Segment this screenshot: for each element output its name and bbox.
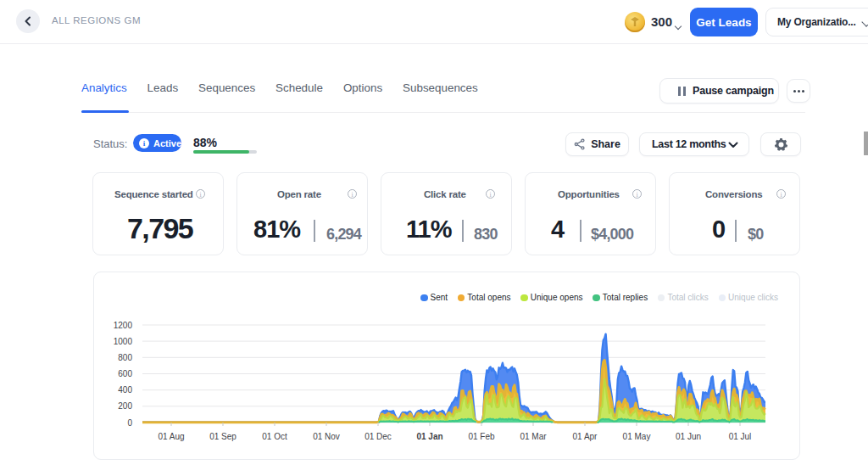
svg-text:01 May: 01 May [623, 432, 651, 441]
svg-text:01 Oct: 01 Oct [262, 432, 287, 441]
svg-text:0: 0 [127, 418, 132, 428]
svg-text:01 Jun: 01 Jun [676, 432, 701, 441]
svg-text:01 Feb: 01 Feb [468, 432, 495, 441]
svg-text:600: 600 [118, 369, 132, 378]
svg-text:400: 400 [118, 385, 132, 395]
svg-text:01 Aug: 01 Aug [158, 432, 184, 441]
svg-text:01 Nov: 01 Nov [313, 432, 340, 441]
svg-text:01 Jan: 01 Jan [416, 432, 442, 441]
svg-text:01 Dec: 01 Dec [364, 432, 392, 441]
svg-text:01 Sep: 01 Sep [209, 432, 236, 441]
svg-text:01 Apr: 01 Apr [573, 432, 598, 441]
svg-text:01 Jul: 01 Jul [729, 432, 752, 441]
svg-text:200: 200 [118, 401, 132, 411]
svg-text:1000: 1000 [114, 337, 133, 346]
svg-text:1200: 1200 [114, 321, 133, 330]
svg-text:800: 800 [118, 353, 132, 362]
svg-text:01 Mar: 01 Mar [520, 432, 547, 441]
